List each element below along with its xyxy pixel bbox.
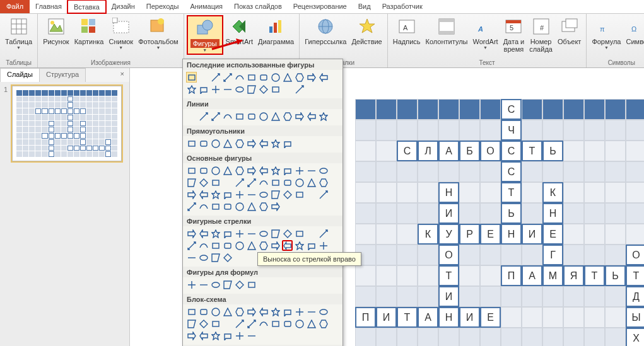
shape-option[interactable] — [234, 240, 245, 251]
shape-option[interactable] — [318, 189, 329, 200]
shape-option[interactable] — [222, 177, 233, 188]
shape-option[interactable] — [222, 306, 233, 317]
shape-option[interactable] — [294, 111, 305, 122]
crossword-cell[interactable]: С — [501, 161, 522, 182]
shape-option[interactable] — [198, 228, 209, 239]
shape-option[interactable] — [270, 111, 281, 122]
shape-option[interactable] — [306, 72, 317, 83]
equation-button[interactable]: π Формула ▼ — [589, 15, 623, 51]
shape-option[interactable] — [234, 318, 245, 329]
shape-option[interactable] — [210, 72, 221, 83]
shape-option[interactable] — [246, 240, 257, 251]
shape-option[interactable] — [306, 240, 317, 251]
tab-review[interactable]: Рецензирование — [288, 0, 353, 13]
nav-tab-outline[interactable]: Структура — [39, 68, 86, 82]
shape-option[interactable] — [258, 189, 269, 200]
crossword-cell[interactable]: Е — [480, 307, 501, 328]
tab-home[interactable]: Главная — [30, 0, 67, 13]
crossword-cell[interactable]: И — [459, 307, 480, 328]
symbol-button[interactable]: Ω Символ — [623, 15, 644, 47]
crossword-cell[interactable]: Р — [459, 224, 480, 245]
crossword-cell[interactable]: И — [376, 307, 397, 328]
shape-option[interactable] — [186, 330, 197, 341]
crossword-cell[interactable]: Т — [438, 265, 459, 286]
shape-option[interactable] — [294, 165, 305, 176]
shape-option[interactable] — [306, 228, 317, 239]
shape-option[interactable] — [294, 177, 305, 188]
action-button[interactable]: Действие — [349, 15, 384, 47]
shape-option[interactable] — [318, 306, 329, 317]
shape-option[interactable] — [270, 240, 281, 251]
shape-option[interactable] — [318, 177, 329, 188]
crossword-cell[interactable]: Е — [542, 224, 563, 245]
crossword-cell[interactable]: Н — [438, 182, 459, 203]
shape-option[interactable] — [234, 111, 245, 122]
shape-option[interactable] — [258, 201, 269, 212]
shape-option[interactable] — [210, 306, 221, 317]
crossword-cell[interactable]: Ь — [605, 265, 626, 286]
shape-option[interactable] — [258, 177, 269, 188]
shape-option[interactable] — [198, 201, 209, 212]
shape-option[interactable] — [282, 318, 293, 329]
shape-option[interactable] — [222, 201, 233, 212]
crossword-cell[interactable]: С — [501, 99, 522, 120]
shape-option[interactable] — [198, 165, 209, 176]
shape-option[interactable] — [210, 228, 221, 239]
shape-option[interactable] — [210, 84, 221, 95]
shape-option[interactable] — [210, 189, 221, 200]
tab-design[interactable]: Дизайн — [106, 0, 141, 13]
shape-option[interactable] — [294, 189, 305, 200]
shape-option[interactable] — [210, 165, 221, 176]
shape-option[interactable] — [306, 111, 317, 122]
shape-option[interactable] — [282, 111, 293, 122]
shape-option[interactable] — [270, 84, 281, 95]
nav-tab-slides[interactable]: Слайды — [0, 68, 40, 82]
crossword-cell[interactable]: А — [438, 141, 459, 161]
shape-option[interactable] — [186, 165, 197, 176]
crossword-cell[interactable]: М — [542, 265, 563, 286]
shape-option[interactable] — [222, 318, 233, 329]
shape-option[interactable] — [210, 201, 221, 212]
wordart-button[interactable]: A WordArt ▼ — [471, 15, 501, 51]
shape-option[interactable] — [318, 165, 329, 176]
clipart-button[interactable]: Картинка — [72, 15, 107, 47]
shape-option[interactable] — [246, 228, 257, 239]
textbox-button[interactable]: A Надпись — [390, 15, 423, 47]
slide-thumb[interactable] — [12, 86, 122, 161]
shape-option[interactable] — [258, 306, 269, 317]
shape-option[interactable] — [258, 165, 269, 176]
shape-option[interactable] — [222, 330, 233, 341]
shape-option[interactable] — [210, 252, 221, 263]
nav-close-icon[interactable]: × — [115, 68, 129, 82]
crossword-cell[interactable]: Т — [501, 182, 522, 203]
tab-transitions[interactable]: Переходы — [141, 0, 185, 13]
shape-option[interactable] — [198, 318, 209, 329]
shape-option[interactable] — [306, 306, 317, 317]
picture-button[interactable]: Рисунок — [40, 15, 72, 47]
shape-option[interactable] — [282, 189, 293, 200]
shape-option[interactable] — [282, 177, 293, 188]
shape-option[interactable] — [234, 165, 245, 176]
datetime-button[interactable]: 5 Дата и время — [501, 15, 527, 54]
shape-option[interactable] — [222, 189, 233, 200]
crossword-cell[interactable]: А — [418, 307, 438, 328]
crossword-cell[interactable]: Н — [542, 203, 563, 224]
shape-option[interactable] — [294, 318, 305, 329]
shape-option[interactable] — [246, 165, 257, 176]
shape-option[interactable] — [234, 279, 245, 290]
shape-option[interactable] — [270, 189, 281, 200]
shape-option[interactable] — [306, 318, 317, 329]
shape-option[interactable] — [294, 240, 305, 251]
shape-option[interactable] — [198, 111, 209, 122]
shape-option[interactable] — [234, 72, 245, 83]
shape-option[interactable] — [186, 252, 197, 263]
shape-option[interactable] — [198, 138, 209, 149]
shape-option[interactable] — [198, 84, 209, 95]
shape-option[interactable] — [198, 252, 209, 263]
shape-option[interactable] — [318, 111, 329, 122]
crossword-cell[interactable]: Ч — [501, 120, 522, 141]
shape-option[interactable] — [246, 189, 257, 200]
shape-option[interactable] — [246, 306, 257, 317]
shape-option[interactable] — [246, 72, 257, 83]
shape-option[interactable] — [222, 84, 233, 95]
